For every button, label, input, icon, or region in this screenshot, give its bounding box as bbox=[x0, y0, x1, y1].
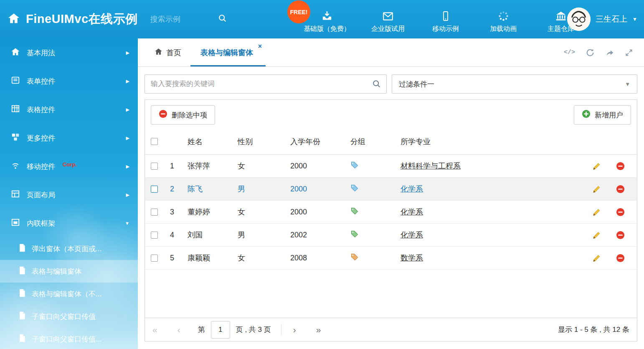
tab-grid-edit-window[interactable]: 表格与编辑窗体 × bbox=[190, 38, 266, 66]
edit-icon[interactable] bbox=[583, 253, 609, 263]
avatar bbox=[567, 8, 591, 31]
search-icon[interactable] bbox=[372, 79, 381, 90]
column-header-name[interactable]: 姓名 bbox=[188, 137, 238, 147]
table-empty-space bbox=[145, 270, 637, 318]
edit-icon[interactable] bbox=[583, 207, 609, 217]
first-page-button[interactable]: « bbox=[152, 325, 157, 334]
global-search bbox=[150, 14, 236, 25]
delete-icon[interactable] bbox=[609, 231, 631, 239]
column-header-major[interactable]: 所学专业 bbox=[401, 137, 583, 147]
row-checkbox[interactable] bbox=[151, 255, 158, 262]
edit-icon[interactable] bbox=[583, 230, 609, 240]
sidebar-item-form-controls[interactable]: 表单控件 ▶ bbox=[0, 67, 138, 95]
user-name: 三生石上 bbox=[596, 14, 627, 25]
row-checkbox[interactable] bbox=[151, 186, 158, 193]
caret-down-icon: ▼ bbox=[632, 16, 637, 22]
delete-icon[interactable] bbox=[609, 185, 631, 194]
sidebar-item-label: 页面布局 bbox=[27, 190, 55, 200]
source-code-icon[interactable]: </> bbox=[564, 49, 575, 56]
envelope-icon bbox=[382, 10, 394, 22]
expand-icon[interactable] bbox=[625, 48, 633, 57]
sidebar-item-label: 表格控件 bbox=[27, 105, 55, 115]
table-row: 3 董婷婷 女 2000 化学系 bbox=[145, 201, 637, 224]
filter-dropdown[interactable]: 过滤条件一 ▼ bbox=[392, 74, 637, 94]
last-page-button[interactable]: » bbox=[316, 325, 321, 334]
major-link[interactable]: 化学系 bbox=[401, 230, 583, 240]
sidebar-subitem-popup-window[interactable]: 弹出窗体（本页面或... bbox=[0, 237, 138, 260]
user-menu[interactable]: 三生石上 ▼ bbox=[567, 0, 637, 38]
sidebar-item-basic-usage[interactable]: 基本用法 ▶ bbox=[0, 38, 138, 67]
sidebar-item-page-layout[interactable]: 页面布局 ▶ bbox=[0, 181, 138, 209]
prev-page-button[interactable]: ‹ bbox=[177, 325, 180, 334]
column-header-gender[interactable]: 性别 bbox=[238, 137, 290, 147]
delete-icon[interactable] bbox=[609, 208, 631, 217]
sidebar-item-grid-controls[interactable]: 表格控件 ▶ bbox=[0, 95, 138, 124]
nav-item-mobile-demo[interactable]: 移动示例 bbox=[426, 10, 466, 33]
close-icon[interactable]: × bbox=[258, 43, 262, 50]
nav-item-label: 加载动画 bbox=[490, 25, 517, 33]
table-row: 4 刘国 男 2002 化学系 bbox=[145, 224, 637, 247]
tab-label: 表格与编辑窗体 bbox=[200, 48, 253, 58]
delete-selected-button[interactable]: 删除选中项 bbox=[151, 105, 215, 125]
row-checkbox[interactable] bbox=[151, 163, 158, 170]
chevron-right-icon: ▶ bbox=[126, 50, 129, 56]
column-header-year[interactable]: 入学年份 bbox=[290, 137, 350, 147]
search-icon[interactable] bbox=[218, 14, 227, 25]
delete-icon[interactable] bbox=[609, 162, 631, 171]
major-link[interactable]: 化学系 bbox=[401, 207, 583, 217]
cell-gender: 女 bbox=[238, 253, 290, 263]
select-all-checkbox[interactable] bbox=[151, 138, 158, 145]
file-icon bbox=[18, 311, 26, 322]
edit-icon[interactable] bbox=[583, 161, 609, 171]
page-number-input[interactable] bbox=[211, 321, 230, 339]
sidebar-item-label: 表单控件 bbox=[27, 76, 55, 86]
refresh-icon[interactable] bbox=[586, 48, 595, 57]
file-icon bbox=[18, 334, 26, 344]
major-link[interactable]: 材料科学与工程系 bbox=[401, 161, 583, 171]
tab-home[interactable]: 首页 bbox=[145, 38, 190, 66]
file-icon bbox=[18, 266, 26, 277]
bank-icon bbox=[555, 10, 567, 22]
sidebar-subitem-label: 子窗口向父窗口传值 bbox=[32, 312, 96, 321]
global-search-input[interactable] bbox=[150, 15, 213, 24]
major-link[interactable]: 数学系 bbox=[401, 253, 583, 263]
chevron-right-icon: ▶ bbox=[126, 107, 129, 112]
sidebar-subitem-grid-edit-window[interactable]: 表格与编辑窗体 bbox=[0, 260, 138, 283]
nav-item-label: 基础版（免费） bbox=[304, 25, 350, 33]
sidebar-subitem-child-to-parent-2[interactable]: 子窗口向父窗口传值... bbox=[0, 328, 138, 349]
tab-tools: </> bbox=[564, 38, 644, 66]
keyword-search bbox=[145, 74, 387, 94]
row-checkbox[interactable] bbox=[151, 232, 158, 239]
sidebar-item-more-controls[interactable]: 更多控件 ▶ bbox=[0, 124, 138, 152]
nav-item-enterprise-trial[interactable]: 企业版试用 bbox=[368, 10, 408, 33]
add-user-button[interactable]: 新增用户 bbox=[574, 105, 631, 125]
cell-name: 董婷婷 bbox=[188, 207, 238, 217]
column-header-group[interactable]: 分组 bbox=[350, 137, 401, 147]
cell-gender: 男 bbox=[238, 184, 290, 194]
sidebar-item-mobile-controls[interactable]: 移动控件 Corp. ▶ bbox=[0, 152, 138, 181]
button-label: 新增用户 bbox=[595, 110, 623, 120]
sidebar-item-inline-frame[interactable]: 内联框架 ▼ bbox=[0, 209, 138, 237]
major-link[interactable]: 化学系 bbox=[401, 184, 583, 194]
next-page-button[interactable]: › bbox=[293, 325, 296, 334]
minus-circle-icon bbox=[159, 110, 167, 120]
home-icon bbox=[11, 47, 20, 59]
edit-icon[interactable] bbox=[583, 184, 609, 194]
brand[interactable]: FineUIMvc在线示例 bbox=[0, 11, 138, 28]
cell-gender: 女 bbox=[238, 207, 290, 217]
sidebar: 基本用法 ▶ 表单控件 ▶ 表格控件 ▶ 更多控件 ▶ 移动控件 Corp. ▶… bbox=[0, 38, 138, 349]
tag-icon bbox=[350, 207, 401, 217]
delete-icon[interactable] bbox=[609, 254, 631, 262]
pager-divider bbox=[281, 324, 281, 336]
sidebar-subitem-child-to-parent[interactable]: 子窗口向父窗口传值 bbox=[0, 305, 138, 328]
share-icon[interactable] bbox=[605, 48, 614, 57]
keyword-search-input[interactable] bbox=[145, 74, 387, 94]
cell-year: 2000 bbox=[290, 208, 350, 217]
nav-item-label: 移动示例 bbox=[432, 25, 459, 33]
nav-item-basic-free[interactable]: 基础版（免费） bbox=[304, 10, 350, 33]
file-icon bbox=[18, 244, 26, 254]
sidebar-subitem-grid-edit-window-2[interactable]: 表格与编辑窗体（不... bbox=[0, 283, 138, 305]
chevron-right-icon: ▶ bbox=[126, 135, 129, 141]
nav-item-loading-animation[interactable]: 加载动画 bbox=[483, 10, 523, 33]
row-checkbox[interactable] bbox=[151, 209, 158, 216]
